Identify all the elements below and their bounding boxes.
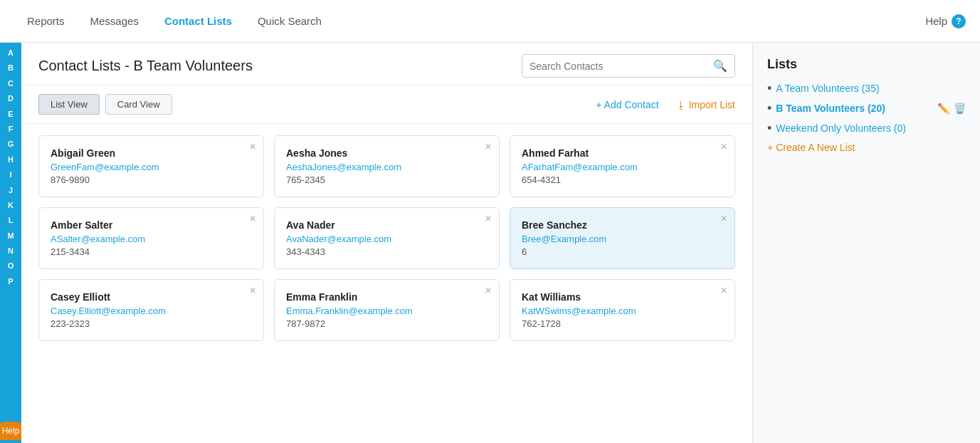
alpha-m[interactable]: M xyxy=(0,229,21,244)
alpha-a[interactable]: A xyxy=(0,46,21,61)
help-button[interactable]: Help ? xyxy=(925,14,966,28)
contact-email[interactable]: GreenFam@example.com xyxy=(51,162,252,172)
contact-email[interactable]: Emma.Franklin@example.com xyxy=(286,306,488,316)
alpha-d[interactable]: D xyxy=(0,91,21,106)
contact-email[interactable]: AvaNader@example.com xyxy=(286,234,488,244)
alpha-g[interactable]: G xyxy=(0,137,21,152)
contact-name: Amber Salter xyxy=(51,219,252,231)
list-item-weekend: • Weekend Only Volunteers (0) xyxy=(767,122,966,135)
cards-area: ✕ Abigail Green GreenFam@example.com 876… xyxy=(21,124,752,443)
bullet-icon: • xyxy=(767,102,771,115)
alpha-k[interactable]: K xyxy=(0,198,21,213)
list-actions: ✏️ 🗑️ xyxy=(937,103,966,114)
close-icon[interactable]: ✕ xyxy=(720,142,727,152)
list-item-b-team: • B Team Volunteers (20) ✏️ 🗑️ xyxy=(767,102,966,115)
contact-email[interactable]: KatWSwims@example.com xyxy=(522,306,723,316)
nav-quick-search[interactable]: Quick Search xyxy=(245,0,334,43)
alpha-l[interactable]: L xyxy=(0,213,21,228)
content-area: Contact Lists - B Team Volunteers 🔍 List… xyxy=(21,43,752,443)
add-contact-button[interactable]: + Add Contact xyxy=(596,99,658,110)
contact-card-bree[interactable]: ✕ Bree Sanchez Bree@Example.com 6 xyxy=(510,207,735,269)
contact-phone: 765-2345 xyxy=(286,174,488,185)
alpha-j[interactable]: J xyxy=(0,183,21,198)
contact-email[interactable]: Bree@Example.com xyxy=(522,234,723,244)
import-list-button[interactable]: ⭳ Import List xyxy=(676,99,735,110)
contact-name: Ahmed Farhat xyxy=(522,147,723,159)
nav-reports[interactable]: Reports xyxy=(14,0,78,43)
contact-card-amber[interactable]: ✕ Amber Salter ASalter@example.com 215-3… xyxy=(38,207,264,269)
list-link-b-team[interactable]: B Team Volunteers (20) xyxy=(776,103,933,114)
page-header: Contact Lists - B Team Volunteers 🔍 xyxy=(21,43,752,85)
contact-name: Kat Williams xyxy=(522,291,723,303)
nav-contact-lists[interactable]: Contact Lists xyxy=(152,0,245,43)
close-icon[interactable]: ✕ xyxy=(485,286,492,296)
alpha-b[interactable]: B xyxy=(0,61,21,75)
list-link-a-team[interactable]: A Team Volunteers (35) xyxy=(776,83,966,94)
search-contacts-box: 🔍 xyxy=(522,54,735,78)
contact-email[interactable]: ASalter@example.com xyxy=(51,234,252,244)
cards-grid: ✕ Abigail Green GreenFam@example.com 876… xyxy=(38,135,735,341)
toolbar: List View Card View + Add Contact ⭳ Impo… xyxy=(21,85,752,124)
contact-name: Abigail Green xyxy=(51,147,252,159)
delete-list-button[interactable]: 🗑️ xyxy=(954,103,966,114)
bullet-icon: • xyxy=(767,122,771,135)
alpha-e[interactable]: E xyxy=(0,107,21,122)
contact-phone: 6 xyxy=(522,246,723,257)
contact-card-ahmed[interactable]: ✕ Ahmed Farhat AFarhatFam@example.com 65… xyxy=(510,135,735,197)
contact-card-kat[interactable]: ✕ Kat Williams KatWSwims@example.com 762… xyxy=(510,279,735,341)
alpha-h[interactable]: H xyxy=(0,152,21,167)
alpha-p[interactable]: P xyxy=(0,274,21,289)
lists-title: Lists xyxy=(767,57,966,72)
close-icon[interactable]: ✕ xyxy=(720,286,727,296)
import-list-label: Import List xyxy=(689,99,735,110)
contact-card-emma[interactable]: ✕ Emma Franklin Emma.Franklin@example.co… xyxy=(274,279,500,341)
close-icon[interactable]: ✕ xyxy=(249,142,256,152)
edit-list-button[interactable]: ✏️ xyxy=(937,103,949,114)
help-label: Help xyxy=(925,15,947,27)
create-list-label: Create A New List xyxy=(776,142,855,153)
plus-icon: + xyxy=(767,142,773,153)
contact-email[interactable]: Casey.Elliott@example.com xyxy=(51,306,252,316)
contact-card-abigail[interactable]: ✕ Abigail Green GreenFam@example.com 876… xyxy=(38,135,264,197)
search-contacts-input[interactable] xyxy=(529,61,713,72)
card-view-button[interactable]: Card View xyxy=(105,94,172,115)
close-icon[interactable]: ✕ xyxy=(485,142,492,152)
alpha-c[interactable]: C xyxy=(0,76,21,91)
contact-card-ava[interactable]: ✕ Ava Nader AvaNader@example.com 343-434… xyxy=(274,207,500,269)
alpha-n[interactable]: N xyxy=(0,244,21,259)
contact-phone: 762-1728 xyxy=(522,318,723,329)
contact-phone: 223-2323 xyxy=(51,318,252,329)
top-nav: Reports Messages Contact Lists Quick Sea… xyxy=(0,0,980,43)
help-icon: ? xyxy=(952,14,966,28)
download-icon: ⭳ xyxy=(676,99,686,110)
page-title: Contact Lists - B Team Volunteers xyxy=(38,58,253,74)
close-icon[interactable]: ✕ xyxy=(485,214,492,224)
alpha-o[interactable]: O xyxy=(0,259,21,273)
close-icon[interactable]: ✕ xyxy=(720,214,727,224)
alpha-f[interactable]: F xyxy=(0,122,21,137)
list-view-button[interactable]: List View xyxy=(38,94,100,115)
close-icon[interactable]: ✕ xyxy=(249,286,256,296)
alpha-i[interactable]: I xyxy=(0,167,21,182)
contact-phone: 215-3434 xyxy=(51,246,252,257)
search-icon-button[interactable]: 🔍 xyxy=(713,59,727,73)
list-link-weekend[interactable]: Weekend Only Volunteers (0) xyxy=(776,123,966,134)
bullet-icon: • xyxy=(767,82,771,95)
close-icon[interactable]: ✕ xyxy=(249,214,256,224)
main-container: A B C D E F G H I J K L M N O P Help Con… xyxy=(0,43,980,443)
contact-name: Aesha Jones xyxy=(286,147,488,159)
contact-name: Bree Sanchez xyxy=(522,219,723,231)
contact-phone: 343-4343 xyxy=(286,246,488,257)
contact-phone: 654-4321 xyxy=(522,174,723,185)
contact-phone: 787-9872 xyxy=(286,318,488,329)
nav-messages[interactable]: Messages xyxy=(78,0,152,43)
alphabet-sidebar: A B C D E F G H I J K L M N O P Help xyxy=(0,43,21,443)
help-bottom[interactable]: Help xyxy=(0,422,21,440)
contact-name: Casey Elliott xyxy=(51,291,252,303)
contact-name: Ava Nader xyxy=(286,219,488,231)
contact-card-aesha[interactable]: ✕ Aesha Jones AeshaJones@example.com 765… xyxy=(274,135,500,197)
create-new-list-button[interactable]: + Create A New List xyxy=(767,142,855,153)
contact-card-casey[interactable]: ✕ Casey Elliott Casey.Elliott@example.co… xyxy=(38,279,264,341)
contact-email[interactable]: AFarhatFam@example.com xyxy=(522,162,723,172)
contact-email[interactable]: AeshaJones@example.com xyxy=(286,162,488,172)
